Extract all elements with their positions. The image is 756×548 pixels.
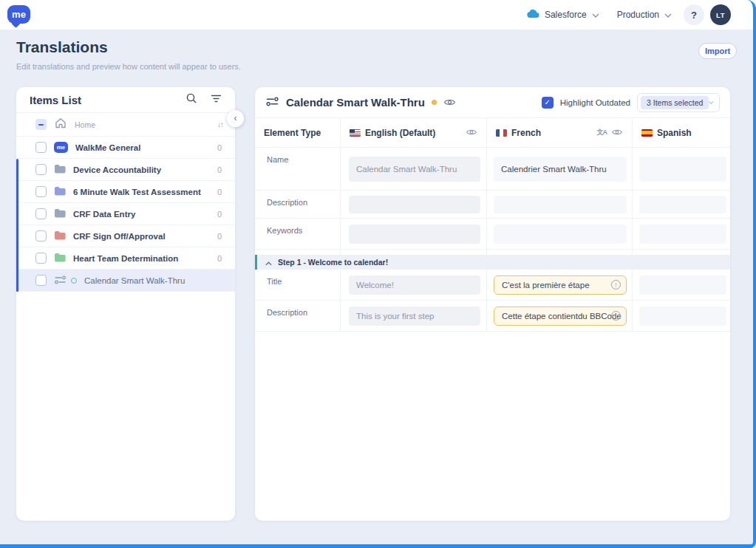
french-step-description-field-outdated[interactable]: Cette étape contientdu BBCode <box>494 306 627 326</box>
item-label: CRF Sign Off/Approval <box>73 232 166 241</box>
fr-flag-icon <box>496 129 507 137</box>
cloud-icon <box>526 9 539 21</box>
item-checkbox[interactable] <box>35 142 47 153</box>
spanish-name-field[interactable] <box>639 157 726 182</box>
avatar-initials: LT <box>716 11 725 19</box>
spanish-keywords-field[interactable] <box>639 225 726 244</box>
list-item-crf-sign-off[interactable]: CRF Sign Off/Approval 0 <box>16 225 235 247</box>
field-text: C'est la première étape <box>502 281 590 290</box>
page-title: Translations <box>16 38 108 56</box>
home-row[interactable]: Home ↓↑ <box>16 113 235 137</box>
editor-title: Calendar Smart Walk-Thru <box>286 96 425 109</box>
spanish-description-field[interactable] <box>639 196 726 213</box>
filter-icon[interactable] <box>211 93 222 106</box>
unpublished-status-dot <box>432 100 437 105</box>
english-name-field: Calendar Smart Walk-Thru <box>349 157 480 182</box>
item-label: Device Accountability <box>73 165 161 174</box>
item-checkbox[interactable] <box>35 164 47 175</box>
list-item-heart-team-determination[interactable]: Heart Team Determination 0 <box>16 247 235 270</box>
spanish-step-description-field[interactable] <box>639 306 726 326</box>
list-item-calendar-smart-walkthru[interactable]: Calendar Smart Walk-Thru <box>16 270 235 292</box>
item-checkbox[interactable] <box>35 275 47 286</box>
help-label: ? <box>691 10 697 21</box>
chevron-down-icon <box>709 100 714 105</box>
column-french: French <box>511 128 541 138</box>
collapse-panel-button[interactable] <box>227 110 244 127</box>
row-label: Title <box>267 277 282 286</box>
workspace-label: Salesforce <box>545 10 587 20</box>
eye-icon[interactable] <box>466 128 477 138</box>
column-element-type: Element Type <box>264 128 321 138</box>
row-label: Description <box>267 308 307 317</box>
step-section-title: Step 1 - Welcome to calendar! <box>278 258 388 267</box>
tree-selection-bar <box>16 159 18 292</box>
select-all-checkbox[interactable] <box>35 119 47 130</box>
folder-icon <box>54 185 66 199</box>
highlight-outdated-label: Highlight Outdated <box>560 98 630 107</box>
french-description-field[interactable] <box>494 196 627 213</box>
workspace-selector[interactable]: Salesforce <box>520 9 605 21</box>
item-label: 6 Minute Walk Test Assessment <box>73 188 201 196</box>
list-item-walkme-general[interactable]: me WalkMe General 0 <box>16 137 235 159</box>
item-checkbox[interactable] <box>35 253 47 264</box>
item-checkbox[interactable] <box>35 230 47 242</box>
preview-eye-icon[interactable] <box>443 96 456 109</box>
list-item-device-accountability[interactable]: Device Accountability 0 <box>16 159 235 181</box>
item-label: Heart Team Determination <box>73 254 178 263</box>
sort-icon[interactable]: ↓↑ <box>217 120 223 129</box>
column-spanish: Spanish <box>657 128 692 138</box>
items-list-title: Items List <box>30 94 81 106</box>
chevron-up-icon <box>265 256 272 269</box>
help-button[interactable]: ? <box>684 4 704 25</box>
user-avatar[interactable]: LT <box>710 4 731 25</box>
search-icon[interactable] <box>185 92 197 107</box>
walkme-logo[interactable]: me <box>7 5 30 24</box>
list-item-6-minute-walk-test[interactable]: 6 Minute Walk Test Assessment 0 <box>16 181 235 203</box>
translation-editor-panel: Calendar Smart Walk-Thru Highlight Outda… <box>255 87 730 521</box>
us-flag-icon <box>350 129 361 137</box>
item-label: Calendar Smart Walk-Thru <box>84 276 185 285</box>
walkme-logo-text: me <box>12 9 26 20</box>
table-header-row: Element Type English (Default) French 文A… <box>255 118 730 148</box>
import-button[interactable]: Import <box>698 43 737 59</box>
machine-translate-icon[interactable]: 文A <box>597 128 607 137</box>
environment-selector[interactable]: Production <box>611 10 678 20</box>
environment-label: Production <box>617 10 659 20</box>
row-label: Description <box>267 198 307 207</box>
french-keywords-field[interactable] <box>494 225 627 244</box>
item-count: 0 <box>217 254 222 263</box>
language-select-dropdown[interactable]: 3 Items selected <box>637 93 720 112</box>
app-window: me Salesforce Production ? LT Translatio… <box>0 0 756 548</box>
french-name-field[interactable]: Calendrier Smart Walk-Thru <box>494 157 627 182</box>
walkme-mini-logo-icon: me <box>54 142 68 153</box>
folder-icon <box>54 230 66 243</box>
table-row-name: Name Calendar Smart Walk-Thru Calendrier… <box>255 148 730 191</box>
french-step-title-field-outdated[interactable]: C'est la première étape <box>494 275 627 295</box>
folder-icon <box>54 163 66 177</box>
item-count: 0 <box>217 143 222 152</box>
item-count: 0 <box>217 188 222 196</box>
spanish-step-title-field[interactable] <box>639 275 726 295</box>
item-count: 0 <box>217 210 222 219</box>
column-english: English (Default) <box>365 128 435 138</box>
english-step-description-field: This is your first step <box>349 306 480 326</box>
list-item-crf-data-entry[interactable]: CRF Data Entry 0 <box>16 203 235 225</box>
item-checkbox[interactable] <box>35 186 47 197</box>
home-icon <box>55 117 67 131</box>
items-list-panel: Items List Home ↓↑ me WalkMe General 0 D… <box>16 87 235 521</box>
row-label: Keywords <box>267 226 302 235</box>
chevron-down-icon <box>592 10 599 20</box>
item-count: 0 <box>217 165 222 174</box>
folder-icon <box>54 208 66 221</box>
highlight-outdated-checkbox[interactable] <box>542 97 554 109</box>
walkthru-icon <box>54 274 67 287</box>
item-checkbox[interactable] <box>35 208 47 219</box>
row-label: Name <box>267 155 288 164</box>
eye-icon[interactable] <box>611 128 623 138</box>
item-label: WalkMe General <box>75 143 140 152</box>
outdated-warning-icon <box>611 280 621 290</box>
chevron-down-icon <box>664 10 672 20</box>
outdated-warning-icon <box>611 311 621 321</box>
step-section-header[interactable]: Step 1 - Welcome to calendar! <box>255 255 730 270</box>
folder-icon <box>54 252 66 265</box>
